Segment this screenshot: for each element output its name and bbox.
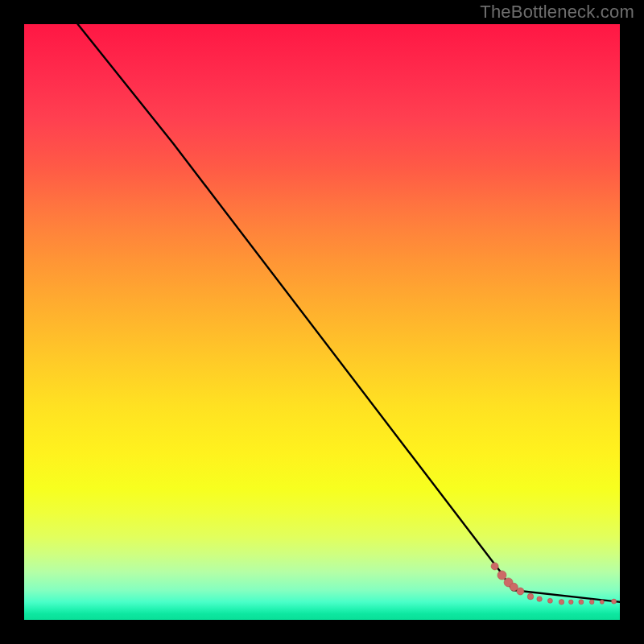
data-point [569, 600, 574, 605]
data-point [510, 583, 518, 591]
data-point-markers [491, 563, 617, 605]
plot-area [24, 24, 620, 620]
data-point [600, 600, 604, 604]
data-point [612, 599, 617, 604]
data-point [589, 600, 594, 605]
data-point [547, 598, 552, 603]
data-point [537, 597, 542, 601]
data-point [559, 600, 564, 605]
data-point [527, 593, 534, 600]
data-point [517, 588, 524, 595]
bottleneck-curve-line [78, 24, 620, 602]
watermark-text: TheBottleneck.com [480, 2, 634, 23]
chart-svg [24, 24, 620, 620]
chart-frame: TheBottleneck.com [0, 0, 644, 644]
data-point [497, 571, 506, 580]
data-point [579, 600, 584, 605]
data-point [491, 563, 498, 570]
